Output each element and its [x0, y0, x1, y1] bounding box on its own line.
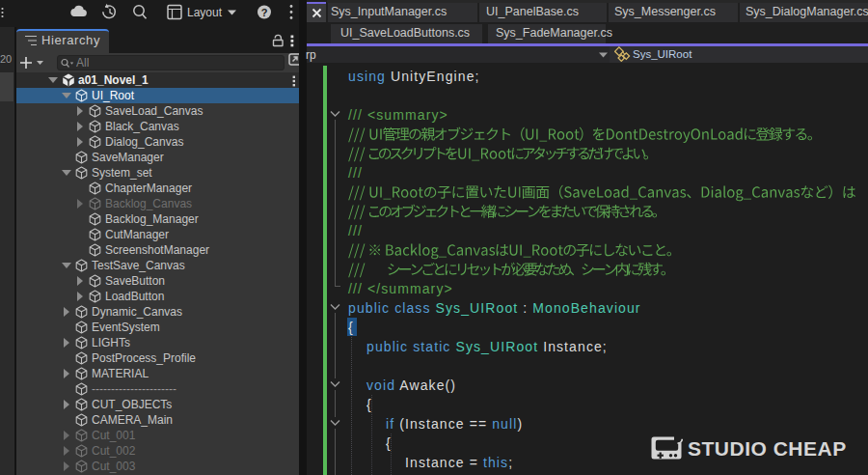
svg-text:?: ? [261, 7, 268, 18]
svg-text:Layout: Layout [187, 6, 223, 19]
